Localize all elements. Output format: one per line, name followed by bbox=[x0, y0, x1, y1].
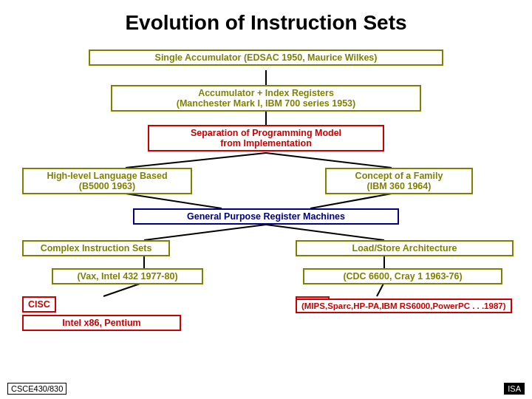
node-load-store: Load/Store Architecture bbox=[296, 240, 514, 256]
node-acc-index: Accumulator + Index Registers (Mancheste… bbox=[111, 85, 421, 112]
node-single-acc: Single Accumulator (EDSAC 1950, Maurice … bbox=[89, 50, 443, 66]
node-high-level: High-level Language Based (B5000 1963) bbox=[22, 168, 192, 194]
node-mips: (MIPS,Sparc,HP-PA,IBM RS6000,PowerPC . .… bbox=[296, 299, 512, 313]
svg-line-3 bbox=[266, 153, 392, 168]
svg-line-2 bbox=[126, 153, 266, 168]
slide-title: Evolution of Instruction Sets bbox=[15, 11, 517, 35]
node-general-purpose: General Purpose Register Machines bbox=[133, 208, 399, 225]
diagram: Single Accumulator (EDSAC 1950, Maurice … bbox=[15, 42, 517, 367]
svg-line-7 bbox=[266, 225, 384, 240]
svg-line-5 bbox=[310, 194, 392, 208]
footer-right: ISA bbox=[504, 383, 525, 395]
node-concept-family: Concept of a Family (IBM 360 1964) bbox=[325, 168, 473, 194]
node-intel: Intel x86, Pentium bbox=[22, 315, 181, 331]
node-separation: Separation of Programming Model from Imp… bbox=[148, 125, 384, 151]
node-vax: (Vax, Intel 432 1977-80) bbox=[52, 268, 203, 284]
slide: Evolution of Instruction Sets bbox=[0, 0, 532, 399]
node-complex-is: Complex Instruction Sets bbox=[22, 240, 170, 256]
node-cdc: (CDC 6600, Cray 1 1963-76) bbox=[303, 268, 502, 284]
svg-line-4 bbox=[126, 194, 222, 208]
node-cisc: CISC bbox=[22, 296, 56, 313]
footer-left: CSCE430/830 bbox=[7, 383, 66, 395]
node-cisc-group: CISC Intel x86, Pentium bbox=[22, 296, 181, 331]
svg-line-6 bbox=[144, 225, 266, 240]
